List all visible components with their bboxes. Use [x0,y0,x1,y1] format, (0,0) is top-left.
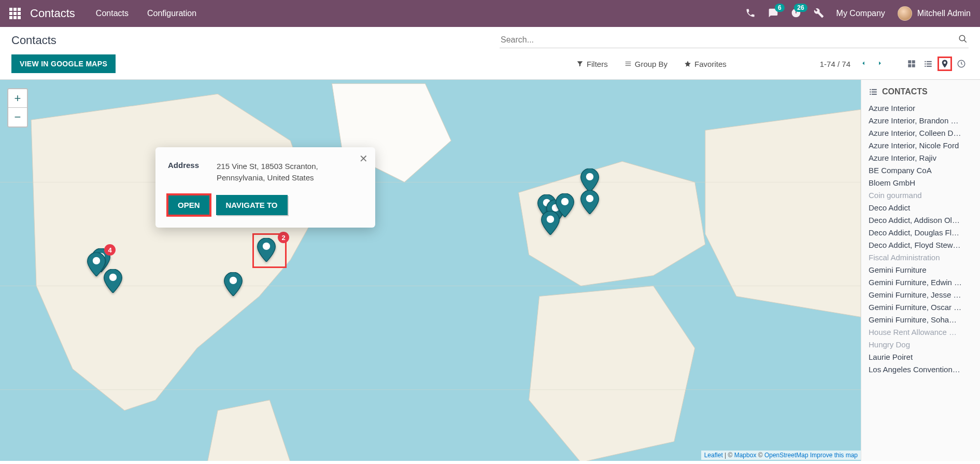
view-google-maps-button[interactable]: VIEW IN GOOGLE MAPS [11,54,116,73]
star-icon [684,60,691,67]
phone-icon[interactable] [745,8,756,20]
map-marker[interactable] [541,211,560,236]
view-map[interactable] [938,57,952,71]
messages-badge: 6 [775,4,785,12]
groupby-button[interactable]: Group By [624,60,667,68]
sidebar-item[interactable]: Hungry Dog [869,338,973,350]
sidebar-item[interactable]: Azure Interior, Rajiv [869,151,973,164]
svg-point-11 [263,243,270,250]
contacts-sidebar: CONTACTS Azure InteriorAzure Interior, B… [861,80,980,461]
map-marker[interactable] [580,190,599,216]
navigate-to-button[interactable]: NAVIGATE TO [216,195,288,215]
activities-icon[interactable]: 26 [791,8,801,20]
sidebar-item[interactable]: Fiscal Administration [869,251,973,263]
brand-title[interactable]: Contacts [30,7,75,20]
open-button[interactable]: OPEN [168,195,210,215]
messages-icon[interactable]: 6 [768,8,778,20]
map-canvas[interactable]: + − 4 2 ✕ Address [0,80,861,461]
control-row-title: Contacts [0,27,980,50]
svg-point-9 [109,274,117,281]
zoom-in-button[interactable]: + [8,89,27,108]
popup-address-value: 215 Vine St, 18503 Scranton, Pennsylvani… [217,161,363,184]
top-navbar: Contacts Contacts Configuration 6 26 My … [0,0,980,27]
pager-text[interactable]: 1-74 / 74 [820,60,850,68]
mapbox-link[interactable]: Mapbox [734,452,757,459]
map-background [0,80,861,461]
sidebar-item[interactable]: Gemini Furniture, Oscar … [869,301,973,313]
svg-point-17 [586,195,593,202]
activities-badge: 26 [794,4,807,12]
svg-point-10 [230,277,237,284]
sidebar-item[interactable]: BE Company CoA [869,164,973,176]
sidebar-item[interactable]: Gemini Furniture, Soha… [869,313,973,326]
view-list[interactable] [921,57,935,71]
osm-link[interactable]: OpenStreetMap [764,452,808,459]
map-marker[interactable] [224,272,243,298]
svg-point-0 [959,35,965,41]
view-activity[interactable] [954,57,969,71]
sidebar-item[interactable]: Laurie Poiret [869,350,973,363]
debug-icon[interactable] [814,8,824,20]
groupby-icon [624,60,632,67]
search-input[interactable] [500,32,969,48]
user-menu[interactable]: Mitchell Admin [898,6,971,21]
map-marker-selected[interactable]: 2 [255,236,284,265]
svg-point-15 [547,216,554,223]
sidebar-item[interactable]: Azure Interior, Nicole Ford [869,139,973,151]
map-popup: ✕ Address 215 Vine St, 18503 Scranton, P… [155,147,375,228]
avatar [898,6,912,21]
svg-point-8 [93,257,100,264]
apps-icon[interactable] [9,8,21,19]
control-row-actions: VIEW IN GOOGLE MAPS Filters Group By Fav… [0,50,980,80]
improve-map-link[interactable]: Improve this map [808,452,858,459]
nav-link-configuration[interactable]: Configuration [147,9,196,18]
sidebar-item[interactable]: Bloem GmbH [869,176,973,189]
close-icon[interactable]: ✕ [359,152,368,165]
sidebar-item[interactable]: Coin gourmand [869,189,973,201]
sidebar-item[interactable]: House Rent Allowance … [869,326,973,338]
funnel-icon [576,60,584,67]
list-icon [869,87,878,96]
sidebar-item[interactable]: Deco Addict [869,201,973,214]
sidebar-item[interactable]: Azure Interior, Colleen D… [869,126,973,139]
map-attribution: Leaflet | © Mapbox © OpenStreetMap Impro… [701,451,861,460]
search-icon[interactable] [958,34,968,45]
company-name[interactable]: My Company [836,9,885,18]
sidebar-item[interactable]: Azure Interior, Brandon … [869,114,973,126]
svg-point-16 [586,173,593,180]
sidebar-item[interactable]: Los Angeles Convention… [869,363,973,375]
page-title: Contacts [11,34,56,47]
sidebar-item[interactable]: Gemini Furniture, Edwin … [869,276,973,288]
filters-button[interactable]: Filters [576,60,608,68]
pager-next[interactable] [876,60,884,68]
svg-line-1 [964,40,967,43]
favorites-button[interactable]: Favorites [684,60,727,68]
zoom-control: + − [7,88,28,128]
svg-point-14 [561,198,569,205]
sidebar-item[interactable]: Azure Interior [869,102,973,114]
view-kanban[interactable] [904,57,919,71]
sidebar-item[interactable]: Gemini Furniture, Jesse … [869,288,973,301]
marker-badge: 2 [278,232,289,243]
sidebar-item[interactable]: Deco Addict, Floyd Stew… [869,238,973,251]
leaflet-link[interactable]: Leaflet [704,452,723,459]
marker-badge: 4 [104,244,116,256]
popup-address-label: Address [168,161,204,184]
sidebar-item[interactable]: Deco Addict, Addison Ol… [869,214,973,226]
user-name: Mitchell Admin [917,9,971,18]
sidebar-heading: CONTACTS [869,87,973,96]
nav-link-contacts[interactable]: Contacts [96,9,129,18]
pager-prev[interactable] [860,60,867,68]
sidebar-item[interactable]: Gemini Furniture [869,263,973,276]
map-marker[interactable] [87,252,106,278]
zoom-out-button[interactable]: − [8,108,27,126]
map-marker[interactable] [104,269,122,294]
sidebar-item[interactable]: Deco Addict, Douglas Fl… [869,226,973,238]
